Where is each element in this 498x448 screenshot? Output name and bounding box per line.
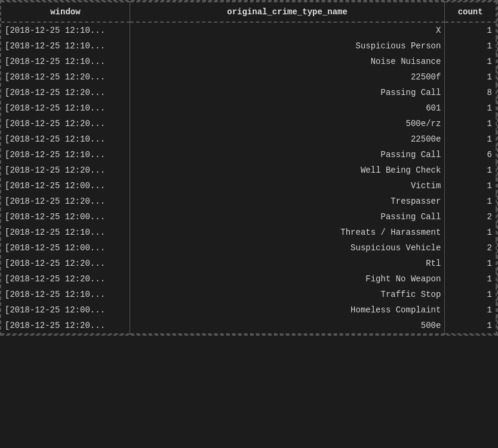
cell-crime-type: Traffic Stop [130,287,445,302]
table-row: [2018-12-25 12:20...500e/rz1 [1,116,496,131]
cell-crime-type: Fight No Weapon [130,271,445,287]
cell-count: 1 [445,194,496,209]
table-row: [2018-12-25 12:20...Trespasser1 [1,194,496,209]
table-row: [2018-12-25 12:20...Passing Call8 [1,85,496,100]
cell-window: [2018-12-25 12:20... [1,256,130,271]
cell-window: [2018-12-25 12:20... [1,194,130,209]
table-row: [2018-12-25 12:10...Passing Call6 [1,147,496,162]
cell-window: [2018-12-25 12:10... [1,100,130,116]
cell-crime-type: Well Being Check [130,162,445,178]
table-wrapper: window original_crime_type_name count [2… [0,0,498,336]
cell-crime-type: Rtl [130,256,445,271]
cell-count: 6 [445,147,496,162]
cell-count: 2 [445,209,496,225]
table-row: [2018-12-25 12:20...Fight No Weapon1 [1,271,496,287]
cell-crime-type: 601 [130,100,445,116]
table-row: [2018-12-25 12:00...Homeless Complaint1 [1,302,496,318]
table-row: [2018-12-25 12:00...Suspicious Vehicle2 [1,240,496,256]
cell-count: 2 [445,240,496,256]
cell-crime-type: Victim [130,178,445,194]
header-crime-type: original_crime_type_name [130,2,445,22]
table-row: [2018-12-25 12:20...Well Being Check1 [1,162,496,178]
cell-count: 8 [445,85,496,100]
cell-crime-type: X [130,22,445,38]
table-header: window original_crime_type_name count [1,2,496,22]
cell-window: [2018-12-25 12:10... [1,22,130,38]
cell-crime-type: Suspicious Vehicle [130,240,445,256]
cell-count: 1 [445,54,496,69]
cell-window: [2018-12-25 12:20... [1,271,130,287]
table-row: [2018-12-25 12:10...Noise Nuisance1 [1,54,496,69]
cell-count: 1 [445,100,496,116]
cell-window: [2018-12-25 12:10... [1,225,130,240]
table-row: [2018-12-25 12:10...Threats / Harassment… [1,225,496,240]
cell-crime-type: Trespasser [130,194,445,209]
cell-count: 1 [445,287,496,302]
cell-crime-type: 22500e [130,131,445,147]
header-count: count [445,2,496,22]
cell-count: 1 [445,256,496,271]
cell-crime-type: 22500f [130,69,445,85]
cell-count: 1 [445,22,496,38]
table-row: [2018-12-25 12:20...500e1 [1,318,496,334]
table-row: [2018-12-25 12:10...Traffic Stop1 [1,287,496,302]
header-window: window [1,2,130,22]
main-container: window original_crime_type_name count [2… [0,0,498,448]
data-table: window original_crime_type_name count [2… [1,1,497,335]
cell-count: 1 [445,178,496,194]
table-row: [2018-12-25 12:10...22500e1 [1,131,496,147]
cell-count: 1 [445,116,496,131]
cell-crime-type: Passing Call [130,85,445,100]
cell-window: [2018-12-25 12:20... [1,162,130,178]
cell-crime-type: Suspicious Person [130,38,445,54]
cell-window: [2018-12-25 12:10... [1,287,130,302]
cell-count: 1 [445,225,496,240]
cell-window: [2018-12-25 12:10... [1,54,130,69]
cell-window: [2018-12-25 12:00... [1,209,130,225]
table-row: [2018-12-25 12:10...X1 [1,22,496,38]
table-row: [2018-12-25 12:10...Suspicious Person1 [1,38,496,54]
cell-crime-type: Passing Call [130,209,445,225]
cell-window: [2018-12-25 12:00... [1,178,130,194]
cell-count: 1 [445,271,496,287]
table-row: [2018-12-25 12:20...Rtl1 [1,256,496,271]
cell-crime-type: Passing Call [130,147,445,162]
table-row: [2018-12-25 12:10...6011 [1,100,496,116]
cell-crime-type: Noise Nuisance [130,54,445,69]
cell-count: 1 [445,69,496,85]
cell-window: [2018-12-25 12:20... [1,69,130,85]
cell-count: 1 [445,38,496,54]
cell-window: [2018-12-25 12:20... [1,116,130,131]
cell-window: [2018-12-25 12:10... [1,147,130,162]
cell-crime-type: Threats / Harassment [130,225,445,240]
cell-window: [2018-12-25 12:00... [1,240,130,256]
cell-window: [2018-12-25 12:00... [1,302,130,318]
cell-count: 1 [445,318,496,334]
cell-window: [2018-12-25 12:20... [1,318,130,334]
cell-count: 1 [445,162,496,178]
cell-window: [2018-12-25 12:10... [1,38,130,54]
cell-window: [2018-12-25 12:10... [1,131,130,147]
cell-count: 1 [445,302,496,318]
table-row: [2018-12-25 12:20...22500f1 [1,69,496,85]
cell-crime-type: 500e [130,318,445,334]
table-row: [2018-12-25 12:00...Victim1 [1,178,496,194]
cell-crime-type: Homeless Complaint [130,302,445,318]
table-row: [2018-12-25 12:00...Passing Call2 [1,209,496,225]
cell-window: [2018-12-25 12:20... [1,85,130,100]
table-body: [2018-12-25 12:10...X1[2018-12-25 12:10.… [1,22,496,334]
cell-crime-type: 500e/rz [130,116,445,131]
cell-count: 1 [445,131,496,147]
